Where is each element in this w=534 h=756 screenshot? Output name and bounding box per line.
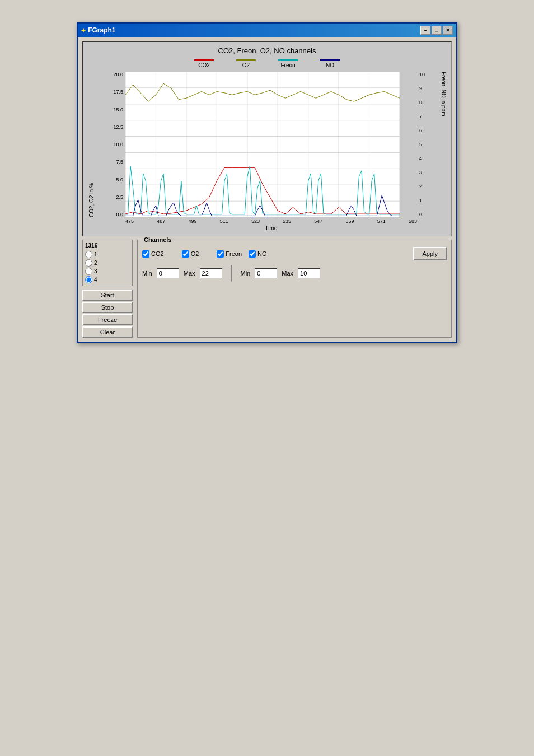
maximize-button[interactable]: □ [432, 26, 442, 35]
legend-o2-label: O2 [242, 62, 250, 68]
legend-freon: Freon [278, 59, 298, 68]
chart-wrapper: 475 487 499 511 523 535 547 559 571 583 … [125, 72, 417, 231]
freeze-button[interactable]: Freeze [82, 314, 133, 325]
radio-label-4: 4 [94, 277, 97, 283]
channel-co2-check[interactable]: CO2 [142, 250, 164, 258]
radio-1[interactable]: 1 [85, 251, 130, 258]
left-controls: 1316 1 2 3 4 [82, 240, 133, 338]
radio-2[interactable]: 2 [85, 259, 130, 267]
radio-4[interactable]: 4 [85, 276, 130, 283]
chart-canvas [125, 72, 400, 217]
titlebar-left: + FGraph1 [81, 26, 116, 35]
minimize-button[interactable]: – [420, 26, 430, 35]
channels-label: Channels [142, 236, 174, 243]
legend-no-line [320, 59, 340, 61]
legend-freon-label: Freon [280, 62, 295, 68]
y-axis-right-label: Freon, NO in ppm [439, 72, 447, 217]
start-button[interactable]: Start [82, 290, 133, 301]
right-max-input[interactable] [298, 268, 320, 278]
radio-group: 1316 1 2 3 4 [82, 240, 133, 286]
graph-title: CO2, Freon, O2, NO channels [87, 46, 447, 55]
titlebar-controls: – □ ✕ [420, 26, 453, 35]
right-max-label: Max [282, 270, 293, 277]
controls-area: 1316 1 2 3 4 [82, 240, 452, 338]
left-min-label: Min [142, 270, 152, 277]
legend-o2: O2 [236, 59, 256, 68]
channel-no-check[interactable]: NO [249, 250, 267, 258]
close-button[interactable]: ✕ [443, 26, 453, 35]
legend-no-label: NO [326, 62, 334, 68]
app-icon: + [81, 26, 86, 35]
radio-3[interactable]: 3 [85, 268, 130, 275]
channel-o2-check[interactable]: O2 [182, 250, 199, 258]
right-min-label: Min [241, 270, 251, 277]
apply-button[interactable]: Apply [413, 247, 447, 260]
legend-no: NO [320, 59, 340, 68]
y-axis-right: 10 9 8 7 6 5 4 3 2 1 0 [417, 72, 439, 217]
legend-o2-line [236, 59, 256, 61]
no-checkbox[interactable] [249, 250, 256, 258]
channel-freon-check[interactable]: Freon [217, 250, 242, 258]
range-separator [231, 265, 232, 282]
freon-label: Freon [226, 250, 242, 257]
radio-label-1: 1 [94, 251, 97, 258]
main-window: + FGraph1 – □ ✕ CO2, Freon, O2, NO chann… [77, 22, 457, 343]
no-label: NO [257, 250, 267, 257]
legend-freon-line [278, 59, 298, 61]
right-min-input[interactable] [255, 268, 277, 278]
radio-group-value: 1316 [85, 242, 130, 249]
radio-input-4[interactable] [85, 276, 92, 283]
channels-panel: Channels CO2 O2 Freon [137, 240, 452, 338]
graph-area: CO2, Freon, O2, NO channels CO2 O2 Freon [82, 41, 452, 236]
legend-co2: CO2 [194, 59, 214, 68]
o2-checkbox[interactable] [182, 250, 189, 258]
radio-input-1[interactable] [85, 251, 92, 258]
window-title: FGraph1 [88, 26, 115, 34]
left-max-input[interactable] [200, 268, 222, 278]
clear-button[interactable]: Clear [82, 326, 133, 338]
titlebar: + FGraph1 – □ ✕ [78, 24, 456, 37]
legend: CO2 O2 Freon NO [87, 59, 447, 68]
stop-button[interactable]: Stop [82, 302, 133, 313]
y-axis-left-label: CO2, O2 in % [87, 72, 95, 217]
left-min-input[interactable] [157, 268, 179, 278]
radio-label-3: 3 [94, 268, 97, 274]
content-area: CO2, Freon, O2, NO channels CO2 O2 Freon [78, 37, 456, 342]
left-max-label: Max [184, 270, 195, 277]
freon-checkbox[interactable] [217, 250, 224, 258]
radio-input-2[interactable] [85, 259, 92, 267]
legend-co2-label: CO2 [198, 62, 210, 68]
range-row: Min Max Min Max [142, 265, 447, 282]
legend-co2-line [194, 59, 214, 61]
radio-label-2: 2 [94, 260, 97, 266]
x-axis-label: Time [125, 225, 417, 231]
co2-label: CO2 [151, 250, 164, 257]
co2-checkbox[interactable] [142, 250, 149, 258]
y-axis-left: 20.0 17.5 15.0 12.5 10.0 7.5 5.0 2.5 0.0 [95, 72, 125, 217]
radio-input-3[interactable] [85, 268, 92, 275]
channels-row: CO2 O2 Freon NO Apply [142, 247, 447, 260]
o2-label: O2 [191, 250, 199, 257]
